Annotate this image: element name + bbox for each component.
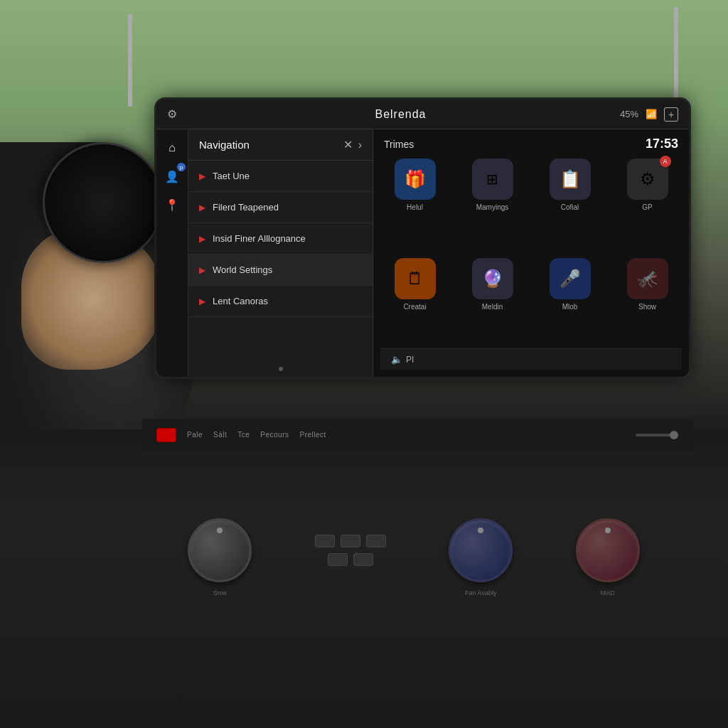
climate-btn-4[interactable] (328, 553, 348, 566)
climate-btn-2[interactable] (341, 535, 360, 547)
button-label-salt[interactable]: Sált (213, 431, 227, 439)
nav-item-label-0: Taet Une (213, 171, 250, 181)
speedometer (43, 142, 164, 263)
climate-btn-row-top (315, 535, 386, 547)
physical-buttons-row: Pale Sált Tce Pecours Prellect (142, 419, 692, 451)
app-item-cofial[interactable]: 📋 Cofial (535, 159, 604, 250)
sidebar-icon-location[interactable]: 📍 (161, 193, 183, 216)
signal-icon: 📶 (646, 109, 657, 119)
app-label-meldin: Meldin (482, 303, 503, 311)
audio-icon: 🔈 (391, 354, 402, 365)
nav-arrow-1: ▶ (199, 203, 205, 213)
apps-header-time: 17:53 (646, 136, 678, 151)
button-label-pecours[interactable]: Pecours (260, 431, 289, 439)
app-item-show[interactable]: 🦟 Show (613, 258, 682, 349)
app-icon-gp: ⚙ A (627, 159, 668, 200)
climate-btn-row-bottom (328, 553, 373, 566)
knob-right-label: MAD (576, 589, 640, 596)
app-label-cofial: Cofial (561, 203, 579, 211)
nav-item-4[interactable]: ▶ Lent Canoras (188, 286, 373, 317)
sidebar-icon-profile[interactable]: 👤 p (161, 165, 183, 188)
nav-close-button[interactable]: ✕ (343, 138, 353, 151)
app-icon-meldin: 🔮 (472, 258, 513, 299)
nav-item-label-2: Insid Finer Alllognance (213, 233, 306, 244)
knob-mid-container: Fan Avably (449, 518, 513, 582)
nav-item-2[interactable]: ▶ Insid Finer Alllognance (188, 223, 373, 255)
app-item-gp[interactable]: ⚙ A GP (613, 159, 682, 250)
nav-item-3[interactable]: ▶ World Settings (188, 255, 373, 286)
app-item-mlob[interactable]: 🎤 Mlob (535, 258, 604, 349)
nav-panel-title: Navigation (199, 139, 343, 151)
top-bar: ⚙ Belrenda 45% 📶 + (156, 100, 689, 129)
button-label-tce[interactable]: Tce (237, 431, 250, 439)
nav-forward-button[interactable]: › (358, 139, 362, 151)
button-label-pale[interactable]: Pale (187, 431, 203, 439)
knob-right[interactable] (576, 518, 640, 582)
nav-header: Navigation ✕ › (188, 129, 373, 161)
audio-text: PI (406, 355, 414, 365)
nav-item-0[interactable]: ▶ Taet Une (188, 161, 373, 192)
pole-right (674, 7, 678, 107)
climate-area: Srne Fan Avably MAD (156, 479, 671, 621)
app-badge-gp: A (660, 156, 671, 167)
volume-slider[interactable] (636, 434, 678, 437)
left-sidebar: ⌂ 👤 p 📍 (156, 129, 188, 377)
nav-items-list: ▶ Taet Une ▶ Filerd Teapened ▶ Insid Fin… (188, 161, 373, 361)
app-label-gp: GP (642, 203, 652, 211)
apps-header: Trimes 17:53 (380, 136, 682, 151)
climate-btn-3[interactable] (366, 535, 386, 547)
app-label-helul: Helul (407, 203, 423, 211)
nav-bottom-indicator (188, 361, 373, 377)
battery-percent: 45% (620, 109, 638, 119)
app-icon-show: 🦟 (627, 258, 668, 299)
main-content: ⌂ 👤 p 📍 Navigation ✕ › (156, 129, 689, 377)
screen-title: Belrenda (181, 108, 620, 121)
knob-left-label: Srne (188, 589, 252, 596)
app-icon-mlob: 🎤 (550, 258, 591, 299)
red-button[interactable] (156, 428, 176, 442)
app-label-show: Show (638, 303, 656, 311)
app-label-mamyings: Mamyings (476, 203, 509, 211)
nav-arrow-2: ▶ (199, 234, 205, 244)
nav-item-label-1: Filerd Teapened (213, 202, 279, 213)
add-button[interactable]: + (664, 107, 678, 122)
sidebar-icon-home[interactable]: ⌂ (161, 136, 183, 159)
knob-left-container: Srne (188, 518, 252, 582)
knob-right-container: MAD (576, 518, 640, 582)
app-icon-cofial: 📋 (550, 159, 591, 200)
apps-grid: 🎁 Helul ⊞ Mamyings 📋 Cofial (380, 159, 682, 348)
nav-item-label-3: World Settings (213, 264, 272, 275)
profile-badge: p (177, 163, 186, 171)
climate-btn-5[interactable] (353, 553, 373, 566)
knob-mid[interactable] (449, 518, 513, 582)
app-icon-creatai: 🗒 (395, 258, 436, 299)
nav-arrow-0: ▶ (199, 171, 205, 181)
nav-panel: Navigation ✕ › ▶ Taet Une ▶ Filerd Teape… (188, 129, 373, 377)
screen-ui: ⚙ Belrenda 45% 📶 + ⌂ 👤 p 📍 (156, 100, 689, 377)
nav-item-1[interactable]: ▶ Filerd Teapened (188, 192, 373, 223)
app-item-meldin[interactable]: 🔮 Meldin (458, 258, 527, 349)
app-label-creatai: Creatai (403, 303, 426, 311)
knob-left[interactable] (188, 518, 252, 582)
apps-panel: Trimes 17:53 🎁 Helul ⊞ Mamyings (373, 129, 689, 377)
audio-bar: 🔈 PI (380, 348, 682, 370)
app-item-mamyings[interactable]: ⊞ Mamyings (458, 159, 527, 250)
knob-mid-label: Fan Avably (449, 589, 513, 596)
gear-icon[interactable]: ⚙ (167, 107, 181, 122)
nav-arrow-3: ▶ (199, 265, 205, 275)
climate-btn-1[interactable] (315, 535, 335, 547)
apps-header-title: Trimes (384, 139, 414, 150)
app-icon-helul: 🎁 (395, 159, 436, 200)
top-bar-right: 45% 📶 + (620, 107, 678, 122)
app-item-helul[interactable]: 🎁 Helul (380, 159, 449, 250)
speedometer-area (43, 142, 164, 263)
nav-arrow-4: ▶ (199, 296, 205, 306)
nav-dot (279, 367, 283, 371)
app-item-creatai[interactable]: 🗒 Creatai (380, 258, 449, 349)
infotainment-screen: ⚙ Belrenda 45% 📶 + ⌂ 👤 p 📍 (156, 100, 689, 377)
pole-left (128, 14, 132, 107)
button-label-prellect[interactable]: Prellect (300, 431, 326, 439)
climate-controls-mid (315, 535, 386, 566)
app-icon-mamyings: ⊞ (472, 159, 513, 200)
app-label-mlob: Mlob (562, 303, 578, 311)
